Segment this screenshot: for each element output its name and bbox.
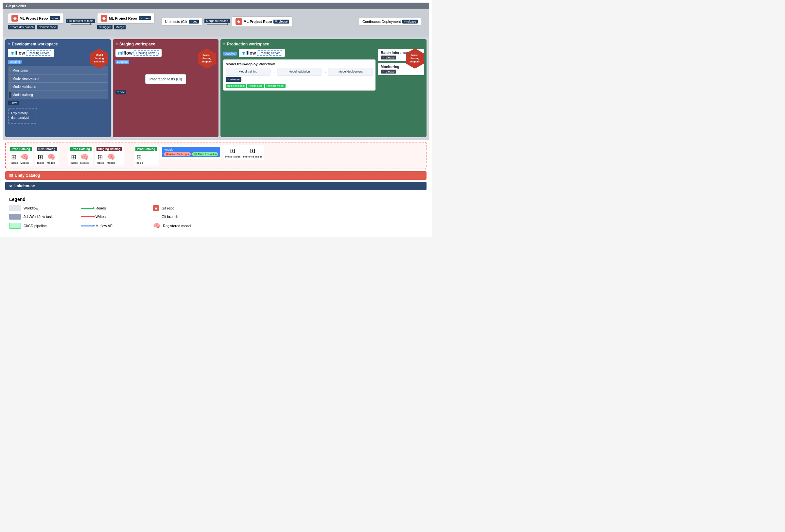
wf-deploy-label: Model deployment [12,77,39,80]
prod-catalog-dev-title: Prod Catalog [10,147,32,151]
integration-tests: Integration tests (CI) [145,74,186,84]
prod-catalog-staging-title: Prod Catalog [70,147,92,151]
monitor-release-tag: ⑂ release [381,70,396,74]
staging-workspace: ≡ Staging workspace mlflow Tracking Serv… [113,39,219,137]
legend-model-label: Registered model [163,224,191,228]
stag-cat-icons: ⊞ Tables 🧠 Models [97,153,122,164]
dev-catalog-title: Dev Catalog [36,147,57,151]
prod-stack-icon: ≡ [223,42,225,46]
repo-main-name: ML Project Repo [109,16,137,20]
lakehouse-label: Lakehouse [15,184,35,188]
staging-logging: Logging [116,60,129,64]
prod-mlflow-box: mlflow Tracking Server [239,49,285,57]
wf-model-val: Model validation [8,83,108,91]
ci-trigger-tag: CI trigger [97,25,112,29]
staging-tracking-server: Tracking Server [133,50,159,56]
legend-cicd: CI/CD pipeline [9,222,75,230]
alias-row: 🔴 Alias: Challenger 🟢 Alias: Champion [164,152,219,156]
legend-workflow: Workflow [9,205,75,211]
prod-models-icon: 🧠 [21,153,29,161]
dev-tables-icon: ⊞ [37,153,43,161]
dev-catalog-icons: ⊞ Tables 🧠 Models [36,153,57,164]
legend-job-label: Job/Workflow task [24,215,53,219]
wf-monitoring-label: Monitoring [12,69,28,72]
dev-logging: Logging [8,60,22,64]
legend-workflow-box [9,205,21,211]
legend-mlflow-arrow [81,225,93,227]
dev-models-icon: 🧠 [47,153,55,161]
prod-models-label: Models [20,161,29,164]
register-model: Register model [226,84,246,88]
continuous-deployment: Continuous Deployment ⑂ release [359,18,421,26]
git-provider-bg: ◆ ML Project Repo ⑂ dev Create dev branc… [3,9,429,36]
unit-tests-branch: ⑂ dev [189,20,199,24]
prod-main-tables: ⊞ Tables [135,153,143,164]
repo-release-name: ML Project Repo [244,20,272,24]
catalogs-area: Prod Catalog ⊞ Tables 🧠 Models Dev Catal… [5,142,427,169]
merge-tag: Merge [114,25,126,29]
legend-branch-icon: ⑂ [153,214,159,219]
dev-ws-title: ≡ Development workspace [8,42,108,46]
legend-git-icon: ◆ [153,205,159,211]
wf-train-label: Model training [12,93,33,97]
prod-stag-models: 🧠 Models [80,153,88,164]
dev-mlflow-box: mlflow Tracking Server [8,49,54,57]
repo-main: ◆ ML Project Repo ⑂ main [97,13,155,24]
dev-mlflow-logo: mlflow [10,50,25,56]
train-deploy-box: Model train-deploy Workflow Model traini… [223,59,376,90]
main-sub-tags: CI trigger Merge [97,25,126,30]
merge-release-label: Merge to release [204,19,230,23]
step-arrow-2: → [323,70,327,74]
prod-cat-staging-icons: ⊞ Tables 🧠 Models [70,153,92,164]
git-provider-label: Git provider [6,4,26,8]
legend-reads-label: Reads [96,206,106,210]
legend-gitbranch: ⑂ Git branch [153,214,219,220]
legend-mlflow-label: MLflow API [96,224,113,228]
models-special-box: Models 🔴 Alias: Challenger 🟢 Alias: Cham… [160,145,222,159]
prod-ws-title: ≡ Production workspace [223,42,424,46]
prod-left: Logging mlflow Tracking Server Model tra… [223,49,376,90]
prod-catalog-dev: Prod Catalog ⊞ Tables 🧠 Models [8,145,33,166]
staging-ws-title: ≡ Staging workspace [116,42,216,46]
staging-hexagon: Model Serving Endpoint [198,48,216,69]
inference-tables: ⊞ Inference Tables [243,147,262,158]
prod-tables-icon: ⊞ [11,153,17,161]
cd-branch: ⑂ release [402,20,418,24]
lakehouse-icon: ≋ [9,184,12,188]
git-icon-dev: ◆ [11,15,18,22]
dev-branch-tag: ⑂ dev [8,101,19,105]
wf-rect-val [9,84,11,89]
create-dev-tag: Create dev branch [8,25,35,29]
legend-model: 🧠 Registered model [153,222,219,230]
legend-workflow-label: Workflow [24,206,38,210]
cd-label: Continuous Deployment [362,20,401,24]
prod-tables-label: Tables [10,161,18,164]
prod-workspace: ≡ Production workspace Logging mlflow Tr… [221,39,427,137]
dev-catalog: Dev Catalog ⊞ Tables 🧠 Models [35,145,58,166]
dev-tracking-server: Tracking Server [26,50,51,56]
prod-tracking-server: Tracking Server [257,50,282,56]
alias-champion: 🟢 Alias: Champion [192,152,218,156]
arrow-pr-to-main: Pull request to main [66,19,95,25]
legend-mlflow: MLflow API [81,222,147,230]
legend-grid: Workflow Reads ◆ Git repo Job/Workflow t… [9,205,423,230]
train-deploy-steps: Model training → Model validation → Mode… [226,68,373,76]
legend-cicd-label: CI/CD pipeline [24,224,47,228]
legend-gitbranch-label: Git branch [161,215,178,219]
metric-tables-box: ⊞ Metric Tables ⊞ Inference Tables [223,145,264,160]
prod-logging: Logging [223,52,237,56]
git-provider-bar: Git provider [3,3,429,9]
commit-code-tag: Commit code [37,25,57,29]
prod-catalog-main-title: Prod Catalog [135,147,157,151]
legend-gitrepo-label: Git repo [161,206,174,210]
wf-val-label: Model validation [12,85,36,88]
wf-rect-monitoring [9,67,11,73]
inference-tables-label: Inference Tables [243,155,262,158]
repo-dev-name: ML Project Repo [20,16,48,20]
prod-inner: Logging mlflow Tracking Server Model tra… [223,49,424,90]
stag-tables: ⊞ Tables [97,153,104,164]
prod-stag-tables: ⊞ Tables [70,153,77,164]
legend-cicd-box [9,223,21,229]
unity-catalog-label: Unity Catalog [15,173,40,178]
main-wrapper: Git provider ◆ ML Project Repo ⑂ dev Cre… [0,0,432,237]
